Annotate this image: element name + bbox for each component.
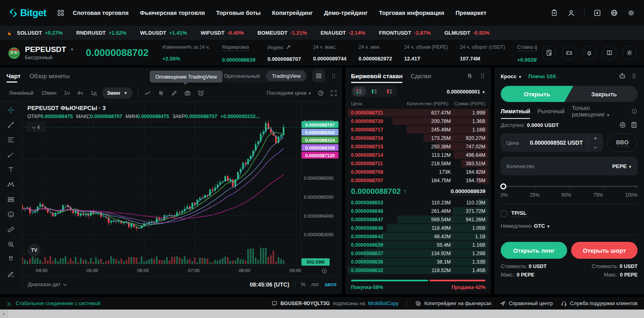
book-row-up[interactable]: 0.000008863638.1M1.33B [348,258,489,266]
nav-item-3[interactable]: Копитрейдинг [272,10,313,16]
book-row-dn[interactable]: 0.0000088711218.58M383.51M [348,159,489,168]
book-row-dn[interactable]: 0.0000088715250.38M747.02M [348,142,489,151]
tab-coin-overview[interactable]: Обзор монеты [29,67,70,84]
ruler-icon[interactable] [7,225,15,233]
crosshair-icon[interactable] [7,106,15,114]
slider-thumb[interactable] [500,183,506,189]
slider-track[interactable] [501,183,638,189]
mark-price[interactable]: 0.0000088639 [451,188,485,195]
auto-scale-button[interactable]: авто [325,281,336,287]
ticker-pair-RNDRUSDT[interactable]: RNDRUSDT+1.52% [76,30,126,36]
alarm-icon[interactable] [197,89,204,97]
leverage-button[interactable]: Плечо 10X [528,73,556,79]
axis-settings-icon[interactable] [321,268,328,274]
timeframe-4ч[interactable]: 4ч [77,90,83,96]
headset-link[interactable]: Служба поддержки клиентов [561,300,638,307]
nav-item-2[interactable]: Торговые боты [216,10,261,16]
price-increment-button[interactable]: + [588,133,603,143]
open-long-button[interactable]: Открыть лонг [501,242,567,259]
book-row-dn[interactable]: 0.0000088717245.49M1.16B [348,125,489,134]
copy-trade-link[interactable]: Копитрейдинг на фьючерсах [415,300,491,307]
book-row-dn[interactable]: 0.0000088721627.47M1.99B [348,108,489,117]
external-link-icon[interactable]: ↗ [284,44,291,50]
timeframe-1ч[interactable]: 1ч [64,90,70,96]
brush-icon[interactable] [7,151,15,159]
ticker-pair-FRONTUSDT[interactable]: FRONTUSDT-2.87% [379,30,431,36]
info-icon[interactable] [631,108,638,114]
scroll-left-button[interactable]: ‹ [0,310,8,318]
timeframe-15мин[interactable]: 15мин [41,90,56,96]
candlestick-plot[interactable]: PEPEUSDT ФЬЮЧЕРСЫ · 3 ОТКР0.0000088475МА… [22,102,300,266]
tpsl-checkbox[interactable] [501,210,507,217]
tab-market[interactable]: Рыночный [537,108,565,114]
book-row-up[interactable]: 0.0000088637134.92M1.29B [348,249,489,258]
xabcd-pattern-icon[interactable] [7,181,15,189]
text-icon[interactable] [7,166,15,174]
price-mode-select[interactable]: Последняя цена▼ [266,90,312,96]
person-icon[interactable] [567,9,575,17]
transfer-icon[interactable] [619,121,626,129]
layout-grid-button[interactable] [312,69,325,82]
globe-icon[interactable] [610,9,618,17]
ticker-pair-GLMUSDT[interactable]: GLMUSDT-0.92% [444,30,489,36]
bell-button[interactable] [582,46,597,60]
timeframe-1д[interactable]: 1д [91,90,97,96]
view-bids-icon[interactable] [367,87,381,96]
book-button[interactable] [602,46,617,60]
open-short-button[interactable]: Открыть шорт [571,242,638,259]
drag-handle-icon[interactable] [630,73,638,80]
expand-icon[interactable] [330,89,337,97]
percent-scale-button[interactable]: % [301,281,306,287]
log-scale-button[interactable]: лог [311,281,319,287]
book-last-price[interactable]: 0.0000088702 [351,187,401,196]
chart-type-line[interactable]: Линейный [9,90,33,96]
book-row-up[interactable]: 0.000008863955.4M1.16B [348,241,489,249]
indicators-icon[interactable] [157,89,165,97]
margin-mode-select[interactable]: Кросс▼ [501,73,522,79]
quantity-field[interactable]: Количество PEPE▼ [501,157,638,175]
apps-grid-icon[interactable] [57,9,65,17]
nav-item-4[interactable]: Демо-трейдинг [324,10,367,16]
nav-item-6[interactable]: Премаркет [456,10,487,16]
tab-limit[interactable]: Лимитный [501,102,530,121]
book-row-up[interactable]: 0.0000088653110.23M110.23M [348,198,489,207]
magnet-icon[interactable] [7,255,15,263]
bbo-button[interactable]: BBO [607,133,638,152]
drag-handle-icon[interactable] [479,72,486,79]
view-both-icon[interactable] [352,87,366,96]
book-row-dn[interactable]: 0.0000088714113.12M496.64M [348,151,489,159]
download-icon[interactable] [593,9,601,17]
note-button[interactable] [542,46,556,60]
ticker-pair-ENAUSDT[interactable]: ENAUSDT-2.14% [320,30,365,36]
book-row-up[interactable]: 0.0000088647569.54M941.26M [348,215,489,224]
book-row-up[interactable]: 0.0000088632118.52M1.45B [348,266,489,274]
zoom-icon[interactable] [7,240,15,248]
nav-item-0[interactable]: Спотовая торговля [73,10,129,16]
calculator-icon[interactable] [630,121,638,129]
gear-button[interactable] [622,46,637,60]
tick-size-select[interactable]: 0.0000000001▼ [447,89,485,95]
mode-tradingview[interactable]: TradingView [266,71,306,81]
nav-item-1[interactable]: Фьючерсная торговля [140,10,205,16]
nav-item-5[interactable]: Торговая информация [379,10,444,16]
tab-chart[interactable]: Чарт [6,67,21,84]
book-row-dn[interactable]: 0.0000088707164.75M164.75M [348,176,489,185]
price-decrement-button[interactable]: − [588,143,603,152]
fib-lines-icon[interactable] [7,136,15,144]
price-axis[interactable]: 502.59M 0.00000890000.00000860000.000008… [300,102,342,266]
book-settings-icon[interactable] [466,72,473,79]
pair-selector[interactable]: PEPEUSDT▼ [25,45,74,54]
mode-original[interactable]: Оригинальный [218,73,265,79]
plane-link[interactable]: Справочный центр [500,300,553,307]
ticket-button[interactable] [562,46,576,60]
tab-open[interactable]: Открыть [501,86,573,102]
time-axis[interactable]: 04:0005:0006:0007:0008:0009:00 [22,266,342,276]
ticker-pair-BOMEUSDT[interactable]: BOMEUSDT-1.21% [258,30,307,36]
copy-trader-link[interactable]: MrdkBotCopy [368,301,398,306]
chart-canvas[interactable] [22,102,300,266]
book-row-up[interactable]: 0.0000088648261.48M371.72M [348,207,489,215]
book-row-dn[interactable]: 0.0000088716173.25M920.27M [348,134,489,142]
quantity-unit-select[interactable]: PEPE▼ [612,163,638,169]
horizontal-scrollbar[interactable]: ‹ [0,310,644,318]
tif-select[interactable]: GTC▼ [534,223,550,229]
